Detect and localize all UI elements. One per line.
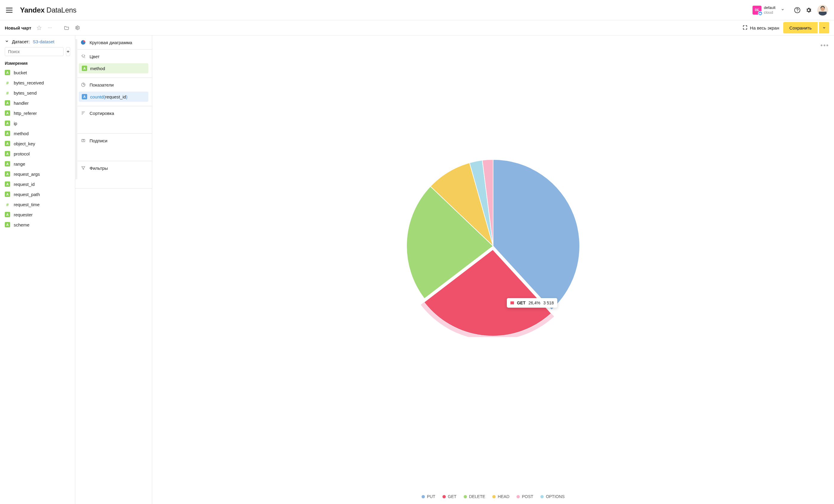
- sort-section-header: Сортировка: [75, 106, 152, 120]
- gear-icon[interactable]: [805, 6, 813, 14]
- legend-item-post[interactable]: POST: [517, 494, 533, 499]
- color-chip-method[interactable]: A method: [79, 63, 148, 73]
- tooltip-label: GET: [517, 300, 526, 305]
- field-label: method: [14, 131, 29, 136]
- field-ip[interactable]: Aip: [0, 118, 75, 128]
- number-type-icon: #: [5, 90, 10, 95]
- legend-item-get[interactable]: GET: [442, 494, 456, 499]
- field-bytes_send[interactable]: #bytes_send: [0, 88, 75, 98]
- measure-chip-label: countd(request_id): [90, 94, 128, 99]
- legend-dot-icon: [442, 495, 446, 498]
- svg-point-1: [797, 12, 797, 12]
- favorite-star-icon[interactable]: [34, 23, 44, 32]
- save-button[interactable]: Сохранить: [783, 22, 817, 33]
- cloud-selector[interactable]: DE default cloud: [752, 5, 787, 15]
- field-label: request_id: [14, 182, 35, 187]
- chevron-down-icon: [781, 8, 785, 12]
- pie-chart[interactable]: [402, 155, 584, 338]
- svg-point-8: [51, 27, 52, 28]
- field-label: range: [14, 161, 25, 166]
- tooltip-percent: 26,4%: [528, 300, 540, 305]
- string-type-badge-icon: A: [5, 212, 10, 217]
- fullscreen-label: На весь экран: [750, 25, 779, 30]
- svg-point-7: [49, 27, 50, 28]
- dataset-label: Датасет:: [12, 39, 30, 44]
- cloud-name: default: [764, 5, 775, 10]
- color-section-header: Цвет: [75, 49, 152, 63]
- legend-item-delete[interactable]: DELETE: [464, 494, 485, 499]
- cloud-sync-dot-icon: [758, 11, 763, 16]
- legend-label: POST: [522, 494, 533, 499]
- string-type-badge-icon: A: [82, 94, 87, 99]
- field-range[interactable]: Arange: [0, 159, 75, 169]
- field-protocol[interactable]: Aprotocol: [0, 148, 75, 159]
- user-avatar[interactable]: [817, 5, 828, 16]
- tooltip-swatch-icon: [510, 301, 514, 304]
- field-label: request_time: [14, 202, 40, 207]
- legend-item-put[interactable]: PUT: [421, 494, 435, 499]
- measures-section-label: Показатели: [90, 82, 114, 87]
- field-bytes_received[interactable]: #bytes_received: [0, 77, 75, 88]
- field-object_key[interactable]: Aobject_key: [0, 138, 75, 148]
- field-handler[interactable]: Ahandler: [0, 98, 75, 108]
- string-type-badge-icon: A: [5, 120, 10, 126]
- hamburger-menu[interactable]: [6, 8, 13, 13]
- field-label: scheme: [14, 222, 29, 227]
- field-request_id[interactable]: Arequest_id: [0, 179, 75, 189]
- field-request_path[interactable]: Arequest_path: [0, 189, 75, 199]
- save-dropdown-button[interactable]: [819, 22, 829, 33]
- number-type-icon: #: [5, 80, 10, 85]
- legend-dot-icon: [464, 495, 467, 498]
- more-icon[interactable]: [45, 23, 54, 32]
- legend-dot-icon: [421, 495, 425, 498]
- string-type-badge-icon: A: [5, 181, 10, 187]
- field-label: protocol: [14, 151, 29, 156]
- chevron-down-icon[interactable]: [5, 39, 9, 44]
- string-type-badge-icon: A: [82, 66, 87, 71]
- text-label-icon: [81, 138, 86, 143]
- string-type-badge-icon: A: [5, 191, 10, 197]
- field-request_time[interactable]: #request_time: [0, 199, 75, 209]
- field-label: requester: [14, 212, 32, 217]
- tooltip-value: 3 518: [543, 300, 554, 305]
- legend-item-head[interactable]: HEAD: [492, 494, 509, 499]
- field-scheme[interactable]: Ascheme: [0, 220, 75, 230]
- string-type-badge-icon: A: [5, 151, 10, 156]
- add-field-button[interactable]: +: [66, 47, 70, 56]
- legend-item-options[interactable]: OPTIONS: [541, 494, 565, 499]
- chart-title: Новый чарт: [5, 25, 31, 30]
- app-logo: Yandex DataLens: [20, 6, 76, 14]
- field-method[interactable]: Amethod: [0, 128, 75, 138]
- field-requester[interactable]: Arequester: [0, 209, 75, 220]
- help-icon[interactable]: [793, 6, 801, 14]
- dataset-name-link[interactable]: S3-dataset: [33, 39, 54, 44]
- dimensions-heading: Измерения: [0, 58, 75, 67]
- legend-dot-icon: [541, 495, 544, 498]
- field-label: bytes_send: [14, 90, 37, 95]
- legend-label: OPTIONS: [546, 494, 565, 499]
- sort-icon: [81, 110, 86, 116]
- field-bucket[interactable]: Abucket: [0, 67, 75, 77]
- field-request_args[interactable]: Arequest_args: [0, 169, 75, 179]
- legend-dot-icon: [517, 495, 520, 498]
- field-label: request_args: [14, 171, 40, 177]
- string-type-badge-icon: A: [5, 161, 10, 166]
- cloud-sub: cloud: [764, 10, 775, 15]
- measure-chip-countd[interactable]: A countd(request_id): [79, 92, 148, 102]
- settings-small-gear-icon[interactable]: [72, 23, 82, 32]
- legend-dot-icon: [492, 495, 496, 498]
- sort-section-label: Сортировка: [90, 111, 114, 116]
- folder-icon[interactable]: [62, 23, 71, 32]
- number-type-icon: #: [5, 202, 10, 207]
- string-type-badge-icon: A: [5, 171, 10, 177]
- pie-chart-icon: [81, 40, 86, 45]
- chart-menu-icon[interactable]: •••: [821, 43, 829, 48]
- measure-icon: [81, 82, 86, 87]
- legend-label: HEAD: [498, 494, 509, 499]
- field-http_referer[interactable]: Ahttp_referer: [0, 108, 75, 118]
- fullscreen-button[interactable]: На весь экран: [739, 22, 783, 33]
- field-label: http_referer: [14, 111, 37, 116]
- filter-icon: [81, 165, 86, 171]
- chart-type-selector[interactable]: Круговая диаграмма: [75, 36, 152, 49]
- search-input[interactable]: [5, 47, 64, 56]
